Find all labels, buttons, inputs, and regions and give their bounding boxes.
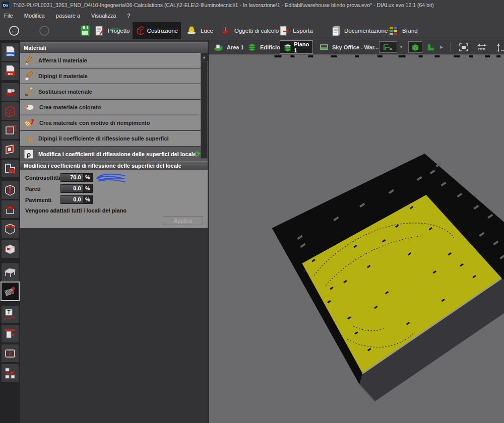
calc-surface-icon bbox=[220, 26, 231, 36]
hierarchy-icon[interactable] bbox=[2, 364, 19, 382]
blue-scribble-annotation bbox=[96, 171, 131, 185]
unit-label: % bbox=[83, 196, 92, 203]
cube-column-icon[interactable] bbox=[2, 181, 19, 199]
svg-text:DWG: DWG bbox=[7, 53, 14, 56]
menu-visualizza[interactable]: Visualizza bbox=[91, 13, 116, 19]
calculation-area-icon[interactable] bbox=[2, 344, 19, 362]
tab-progetto[interactable]: Progetto bbox=[92, 22, 133, 39]
text-tool-icon[interactable]: T bbox=[2, 306, 19, 323]
dwg-file-icon[interactable]: DWG bbox=[2, 43, 19, 61]
window-cube-icon[interactable] bbox=[2, 220, 19, 238]
measure-vertical-icon[interactable] bbox=[494, 41, 504, 53]
chevron-right-icon[interactable]: ▶ bbox=[439, 41, 444, 53]
column-icon[interactable] bbox=[2, 325, 19, 342]
tool-modifica-coefficienti-riflessione[interactable]: ρ Modifica i coefficienti di riflessione… bbox=[20, 147, 208, 162]
tool-label: Dipingi il materiale bbox=[38, 73, 88, 79]
tool-crea-materiale-colorato[interactable]: Crea materiale colorato bbox=[20, 100, 201, 115]
tool-list-scrollbar[interactable]: ▲ bbox=[201, 53, 208, 159]
paint-reflectance-icon: ρ bbox=[24, 133, 34, 144]
chevron-down-icon[interactable]: ▼ bbox=[399, 41, 404, 53]
colored-material-icon bbox=[24, 102, 35, 112]
save-icon[interactable] bbox=[80, 25, 91, 37]
menu-modifica[interactable]: Modifica bbox=[24, 13, 45, 19]
field-label-pareti: Pareti bbox=[25, 186, 41, 192]
construction-tool-sidebar: DWG IFC bbox=[0, 40, 20, 423]
tab-costruzione[interactable]: Costruzione bbox=[133, 22, 181, 39]
tool-label: Sostituisci materiale bbox=[38, 89, 92, 95]
pavimenti-input[interactable]: 0.0 % bbox=[60, 195, 93, 204]
site-icon[interactable] bbox=[2, 83, 19, 101]
back-icon[interactable]: ← bbox=[9, 26, 19, 36]
breadcrumb-area[interactable]: Area 1 bbox=[211, 40, 246, 54]
materials-panel: Materiali Afferra il materiale Dipingi i… bbox=[20, 40, 208, 423]
forward-icon[interactable]: → bbox=[39, 26, 49, 36]
menu-help[interactable]: ? bbox=[127, 13, 130, 19]
scroll-up-icon[interactable]: ▲ bbox=[201, 53, 208, 61]
solid-view-button[interactable] bbox=[408, 41, 422, 53]
svg-text:ρ: ρ bbox=[27, 151, 31, 158]
building-stack-icon bbox=[247, 43, 257, 52]
tab-label: Costruzione bbox=[147, 28, 178, 34]
menu-file[interactable]: File bbox=[4, 13, 13, 19]
ceiling-canopy-icon[interactable] bbox=[2, 263, 19, 281]
viewport-toolbar: Area 1 Edificio 1 Piano 1 Sky Office - W… bbox=[209, 40, 504, 54]
pareti-value[interactable]: 0.0 bbox=[61, 185, 83, 192]
door-cube-icon[interactable] bbox=[2, 240, 19, 258]
scroll-thumb[interactable] bbox=[201, 61, 207, 158]
ifc-file-icon[interactable]: IFC bbox=[2, 62, 19, 80]
subpanel-title: Modifica i coefficienti di riflessione d… bbox=[20, 161, 208, 170]
documentation-icon bbox=[332, 25, 341, 36]
edit-reflectance-icon: ρ bbox=[24, 149, 34, 160]
pavimenti-value[interactable]: 0.0 bbox=[61, 196, 83, 203]
applica-button[interactable]: Applica bbox=[163, 216, 203, 225]
tab-brand[interactable]: Brand bbox=[386, 22, 421, 39]
tab-label: Progetto bbox=[108, 28, 130, 34]
storey-icon[interactable] bbox=[2, 121, 19, 139]
breadcrumb-label: Sky Office - War... bbox=[332, 44, 379, 50]
viewport-3d-svg[interactable] bbox=[209, 54, 504, 423]
tool-dipingi-il-materiale[interactable]: Dipingi il materiale bbox=[20, 68, 201, 84]
controsoffitti-input[interactable]: 70.0 % bbox=[60, 173, 93, 182]
tool-label: Dipingi il coefficiente di riflessione s… bbox=[38, 135, 169, 142]
pareti-input[interactable]: 0.0 % bbox=[60, 184, 93, 193]
plan-view-dropdown[interactable] bbox=[379, 41, 397, 53]
brand-grid-icon bbox=[389, 26, 399, 36]
tab-oggetti-di-calcolo[interactable]: Oggetti di calcolo bbox=[217, 22, 282, 39]
floorplan-icon[interactable] bbox=[2, 160, 19, 177]
tab-documentazione[interactable]: Documentazione bbox=[329, 22, 391, 39]
tool-sostituisci-materiale[interactable]: Sostituisci materiale bbox=[20, 84, 201, 99]
svg-text:ρ: ρ bbox=[28, 134, 32, 143]
pick-material-icon bbox=[24, 55, 34, 66]
toolbar-separator bbox=[450, 42, 451, 52]
replace-material-icon bbox=[24, 86, 34, 97]
roof-icon[interactable] bbox=[2, 200, 19, 218]
tool-label: Modifica i coefficienti di riflessione d… bbox=[38, 151, 196, 157]
export-icon bbox=[279, 25, 289, 36]
tab-esporta[interactable]: Esporta bbox=[276, 22, 316, 39]
menu-passare-a[interactable]: passare a bbox=[56, 13, 80, 19]
unit-label: % bbox=[83, 185, 92, 192]
building-icon[interactable] bbox=[2, 102, 19, 120]
materials-icon[interactable] bbox=[2, 283, 19, 300]
breadcrumb-sky-office[interactable]: Sky Office - War... bbox=[317, 40, 382, 54]
reflectance-subpanel: Controsoffitti 70.0 % Pareti 0.0 % Pavim… bbox=[20, 170, 208, 228]
window-title: T:\03-PL\PL0031_3263_FND_D4\10-Ingegneri… bbox=[13, 2, 434, 8]
tool-afferra-il-materiale[interactable]: Afferra il materiale bbox=[20, 53, 201, 68]
refresh-icon[interactable]: ⟳ bbox=[194, 150, 201, 159]
room-green-icon bbox=[319, 43, 329, 52]
tool-label: Afferra il materiale bbox=[38, 57, 87, 63]
pattern-material-icon bbox=[24, 118, 35, 128]
main-toolbar: ← → Progetto Costruzi bbox=[0, 21, 504, 40]
zoom-fit-icon[interactable] bbox=[457, 41, 470, 53]
breadcrumb-piano[interactable]: Piano 1 bbox=[280, 40, 313, 54]
controsoffitti-value[interactable]: 70.0 bbox=[61, 174, 83, 181]
tab-luce[interactable]: Luce bbox=[183, 22, 216, 39]
tool-dipingi-coefficiente-riflessione[interactable]: ρ Dipingi il coefficiente di riflessione… bbox=[20, 131, 201, 146]
svg-text:IFC: IFC bbox=[8, 72, 13, 75]
room-icon[interactable] bbox=[2, 140, 19, 158]
tool-label: Crea materiale con motivo di riempimento bbox=[39, 120, 150, 126]
corner-view-button[interactable] bbox=[424, 41, 437, 53]
title-bar: Dx T:\03-PL\PL0031_3263_FND_D4\10-Ingegn… bbox=[0, 0, 504, 10]
tool-crea-materiale-con-motivo[interactable]: Crea materiale con motivo di riempimento bbox=[20, 115, 201, 130]
measure-horizontal-icon[interactable] bbox=[475, 41, 488, 53]
